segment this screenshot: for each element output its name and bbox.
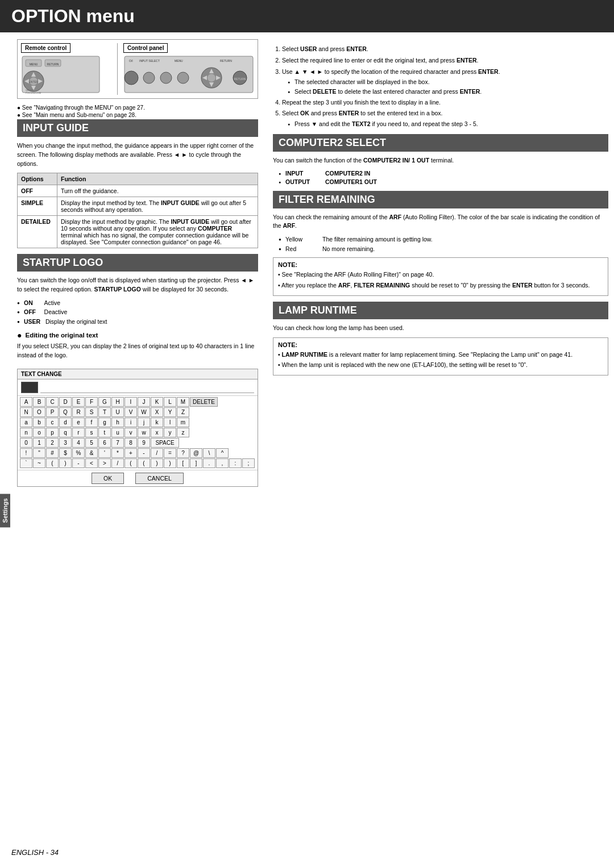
key-h[interactable]: h (111, 418, 124, 427)
key-N[interactable]: N (20, 407, 32, 417)
key-Z[interactable]: Z (177, 407, 189, 417)
key-comma[interactable]: , (216, 458, 229, 468)
key-rbrack[interactable]: ] (190, 458, 202, 468)
key-q[interactable]: q (59, 428, 72, 437)
key-6[interactable]: 6 (98, 438, 111, 448)
cancel-button[interactable]: CANCEL (135, 473, 184, 484)
key-P[interactable]: P (46, 407, 59, 417)
key-F[interactable]: F (85, 397, 98, 407)
key-K[interactable]: K (151, 397, 163, 407)
key-x[interactable]: x (151, 428, 163, 437)
key-b[interactable]: b (33, 418, 45, 427)
key-amp[interactable]: & (85, 448, 98, 458)
key-space[interactable]: SPACE (151, 438, 179, 448)
key-y[interactable]: y (164, 428, 176, 437)
key-t[interactable]: t (98, 428, 111, 437)
key-W[interactable]: W (138, 407, 150, 417)
key-0[interactable]: 0 (20, 438, 32, 448)
key-colon[interactable]: : (229, 458, 242, 468)
key-5[interactable]: 5 (85, 438, 98, 448)
key-o[interactable]: o (33, 428, 45, 437)
key-a[interactable]: a (20, 418, 32, 427)
key-lbrace[interactable]: ( (125, 458, 137, 468)
key-dot[interactable]: . (203, 458, 215, 468)
key-apos[interactable]: ' (98, 448, 111, 458)
key-g[interactable]: g (98, 418, 111, 427)
key-rparen[interactable]: ) (59, 458, 72, 468)
key-B[interactable]: B (33, 397, 45, 407)
key-semicolon[interactable]: ; (242, 458, 255, 468)
key-star[interactable]: * (111, 448, 124, 458)
key-f[interactable]: f (85, 418, 98, 427)
key-p[interactable]: p (46, 428, 59, 437)
key-tilde[interactable]: ~ (33, 458, 45, 468)
key-R[interactable]: R (72, 407, 85, 417)
key-3[interactable]: 3 (59, 438, 72, 448)
key-D[interactable]: D (59, 397, 72, 407)
key-1[interactable]: 1 (33, 438, 45, 448)
key-at[interactable]: @ (190, 448, 202, 458)
key-9[interactable]: 9 (138, 438, 150, 448)
key-hyphen2[interactable]: - (72, 458, 85, 468)
key-T[interactable]: T (98, 407, 111, 417)
key-e[interactable]: e (72, 418, 85, 427)
key-c[interactable]: c (46, 418, 59, 427)
key-lbrack[interactable]: [ (177, 458, 189, 468)
key-n[interactable]: n (20, 428, 32, 437)
text-input-box[interactable] (21, 382, 38, 393)
key-rbrace2[interactable]: ) (164, 458, 176, 468)
key-k[interactable]: k (151, 418, 163, 427)
key-z[interactable]: z (177, 428, 189, 437)
key-lbrace2[interactable]: ( (138, 458, 150, 468)
key-C[interactable]: C (46, 397, 59, 407)
key-4[interactable]: 4 (72, 438, 85, 448)
key-minus[interactable]: - (138, 448, 150, 458)
key-gt[interactable]: > (98, 458, 111, 468)
key-2[interactable]: 2 (46, 438, 59, 448)
key-L[interactable]: L (164, 397, 176, 407)
key-u[interactable]: u (111, 428, 124, 437)
key-O[interactable]: O (33, 407, 45, 417)
key-Q[interactable]: Q (59, 407, 72, 417)
key-U[interactable]: U (111, 407, 124, 417)
key-m[interactable]: m (177, 418, 189, 427)
key-backtick[interactable]: ` (20, 458, 32, 468)
key-v[interactable]: v (125, 428, 137, 437)
key-7[interactable]: 7 (111, 438, 124, 448)
key-r[interactable]: r (72, 428, 85, 437)
key-A[interactable]: A (20, 397, 32, 407)
key-plus[interactable]: + (125, 448, 137, 458)
key-lt[interactable]: < (85, 458, 98, 468)
key-J[interactable]: J (138, 397, 150, 407)
key-backslash[interactable]: \ (203, 448, 215, 458)
key-s[interactable]: s (85, 428, 98, 437)
key-quote[interactable]: " (33, 448, 45, 458)
key-Y[interactable]: Y (164, 407, 176, 417)
key-i[interactable]: i (125, 418, 137, 427)
key-M[interactable]: M (177, 397, 189, 407)
key-I[interactable]: I (125, 397, 137, 407)
key-V[interactable]: V (125, 407, 137, 417)
key-X[interactable]: X (151, 407, 163, 417)
key-w[interactable]: w (138, 428, 150, 437)
key-dollar[interactable]: $ (59, 448, 72, 458)
key-G[interactable]: G (98, 397, 111, 407)
key-eq[interactable]: = (164, 448, 176, 458)
key-fslash2[interactable]: / (111, 458, 124, 468)
key-d[interactable]: d (59, 418, 72, 427)
key-l[interactable]: l (164, 418, 176, 427)
key-caret[interactable]: ^ (216, 448, 229, 458)
ok-button[interactable]: OK (92, 473, 124, 484)
key-S[interactable]: S (85, 407, 98, 417)
key-delete[interactable]: DELETE (190, 397, 218, 407)
key-question[interactable]: ? (177, 448, 189, 458)
key-exclaim[interactable]: ! (20, 448, 32, 458)
key-lparen[interactable]: ( (46, 458, 59, 468)
key-percent[interactable]: % (72, 448, 85, 458)
key-8[interactable]: 8 (125, 438, 137, 448)
key-j[interactable]: j (138, 418, 150, 427)
key-slash[interactable]: / (151, 448, 163, 458)
key-hash[interactable]: # (46, 448, 59, 458)
key-H[interactable]: H (111, 397, 124, 407)
key-E[interactable]: E (72, 397, 85, 407)
